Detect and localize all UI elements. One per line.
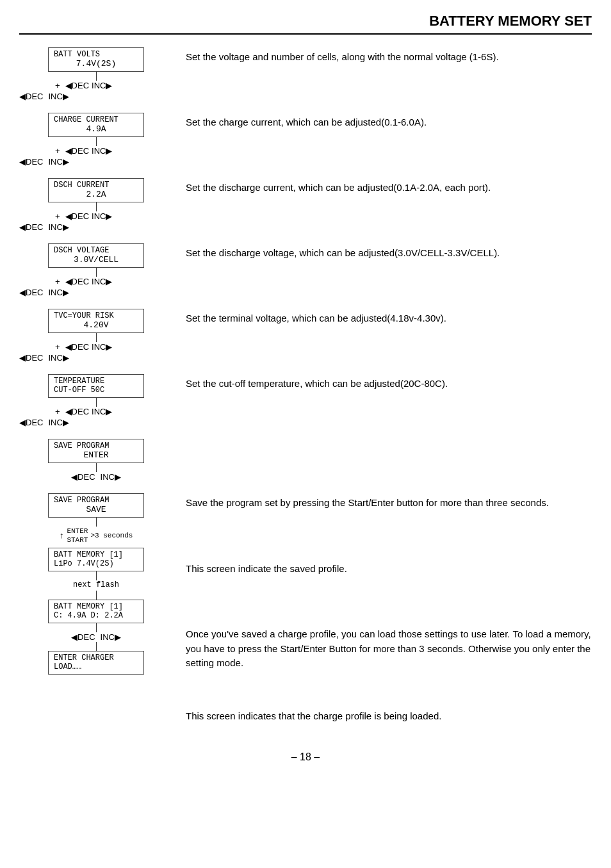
save-program-save-diagram: SAVE PROGRAM SAVE ↑ ENTER START >3 secon… (19, 493, 173, 675)
dsch-inc-upper: INC▶ (92, 211, 112, 221)
page-title: BATTERY MEMORY SET (19, 13, 592, 35)
dsch-voltage-row: DSCH VOLTAGE 3.0V/CELL + ◀DEC INC▶ ◀DEC … (19, 243, 592, 300)
connector1 (96, 72, 97, 81)
bm2-dec-inc: ◀DEC INC▶ (71, 632, 121, 642)
tvc-left: TVC=YOUR RISK 4.20V + ◀DEC INC▶ ◀DEC INC… (19, 309, 173, 365)
connector12 (96, 642, 97, 651)
temperature-desc: Set the cut-off temperature, which can b… (186, 374, 592, 391)
save-program-enter-diagram: SAVE PROGRAM ENTER ◀DEC INC▶ (19, 439, 173, 482)
plus-temp: + (55, 407, 60, 416)
spe-line2: ENTER (54, 450, 138, 460)
dsch-voltage-desc: Set the discharge voltage, which can be … (186, 243, 592, 261)
next-flash-label: next flash (73, 580, 119, 589)
charge-current-line1: CHARGE CURRENT (54, 115, 138, 124)
batt-volts-row: BATT VOLTS 7.4V(2S) + ◀DEC INC▶ ◀DEC INC… (19, 47, 592, 104)
dsch-current-desc: Set the discharge current, which can be … (186, 178, 592, 195)
bm1-line2: LiPo 7.4V(2S) (54, 559, 138, 568)
save-program-save-row: SAVE PROGRAM SAVE ↑ ENTER START >3 secon… (19, 493, 592, 723)
dsch-current-left: DSCH CURRENT 2.2A + ◀DEC INC▶ ◀DEC INC▶ (19, 178, 173, 234)
charge-current-line2: 4.9A (54, 124, 138, 134)
tvc-diagram: TVC=YOUR RISK 4.20V + ◀DEC INC▶ ◀DEC INC… (19, 309, 173, 363)
dvolt-inc-lower: INC▶ (48, 288, 69, 297)
save-program-enter-desc (186, 439, 592, 441)
connector6 (96, 398, 97, 407)
temp-lower-dec-inc: ◀DEC INC▶ (19, 418, 69, 427)
temp-inc-upper: INC▶ (92, 407, 112, 416)
up-arrow-enter: ↑ (60, 531, 65, 541)
batt-volts-desc: Set the voltage and number of cells, alo… (186, 47, 592, 65)
batt-volts-line2: 7.4V(2S) (54, 59, 138, 69)
bm2-inc: INC▶ (101, 632, 121, 642)
start-label: START (67, 536, 88, 545)
plus-upper: + (55, 81, 60, 90)
temperature-row: TEMPERATURE CUT-OFF 50C + ◀DEC INC▶ ◀DEC… (19, 374, 592, 430)
batt-volts-line1: BATT VOLTS (54, 50, 138, 59)
connector7 (96, 463, 97, 472)
charge-inc-upper: INC▶ (92, 146, 112, 156)
tvc-dec-upper: ◀DEC (65, 342, 89, 352)
temperature-line1b: CUT-OFF 50C (54, 386, 138, 395)
charge-dec-lower: ◀DEC (19, 157, 43, 167)
batt-volts-lcd: BATT VOLTS 7.4V(2S) (48, 47, 144, 72)
sps-line2: SAVE (54, 505, 138, 514)
tvc-line1: TVC=YOUR RISK (54, 311, 138, 320)
save-program-enter-left: SAVE PROGRAM ENTER ◀DEC INC▶ (19, 439, 173, 484)
charge-current-row: CHARGE CURRENT 4.9A + ◀DEC INC▶ ◀DEC INC… (19, 113, 592, 169)
dec-upper-arrow: ◀DEC (65, 81, 89, 90)
dsch-current-line1: DSCH CURRENT (54, 181, 138, 190)
dec-lower-arrow: ◀DEC (19, 92, 43, 101)
temperature-line1: TEMPERATURE (54, 377, 138, 386)
ec-line1: ENTER CHARGER (54, 653, 138, 662)
spe-inc: INC▶ (101, 472, 121, 482)
enter-label: ENTER (67, 527, 88, 536)
connector4 (96, 268, 97, 277)
upper-dec-inc: + ◀DEC INC▶ (55, 81, 112, 90)
charge-inc-lower: INC▶ (48, 157, 69, 167)
batt-volts-diagram: BATT VOLTS 7.4V(2S) + ◀DEC INC▶ ◀DEC INC… (19, 47, 173, 101)
spe-line1: SAVE PROGRAM (54, 441, 138, 450)
spe-dec-inc: ◀DEC INC▶ (71, 472, 121, 482)
plus-charge: + (55, 146, 60, 156)
dsch-current-lcd: DSCH CURRENT 2.2A (48, 178, 144, 202)
tvc-dec-lower: ◀DEC (19, 353, 43, 363)
inc-lower-label: INC▶ (48, 92, 69, 101)
plus-tvc: + (55, 342, 60, 352)
dvolt-lower-dec-inc: ◀DEC INC▶ (19, 288, 69, 297)
save-program-enter-lcd: SAVE PROGRAM ENTER (48, 439, 144, 463)
charge-current-diagram: CHARGE CURRENT 4.9A + ◀DEC INC▶ ◀DEC INC… (19, 113, 173, 167)
dsch-upper-dec-inc: + ◀DEC INC▶ (55, 211, 112, 221)
temp-upper-dec-inc: + ◀DEC INC▶ (55, 407, 112, 416)
dsch-voltage-diagram: DSCH VOLTAGE 3.0V/CELL + ◀DEC INC▶ ◀DEC … (19, 243, 173, 297)
dsch-dec-lower: ◀DEC (19, 222, 43, 232)
lower-dec-inc: ◀DEC INC▶ (19, 92, 69, 101)
batt-memory-1-lcd: BATT MEMORY [1] LiPo 7.4V(2S) (48, 548, 144, 571)
dsch-current-row: DSCH CURRENT 2.2A + ◀DEC INC▶ ◀DEC INC▶ (19, 178, 592, 234)
dsch-dec-upper: ◀DEC (65, 211, 89, 221)
save-program-save-desc-col: Save the program set by pressing the Sta… (186, 493, 592, 723)
batt-volts-left: BATT VOLTS 7.4V(2S) + ◀DEC INC▶ ◀DEC INC… (19, 47, 173, 104)
dsch-current-line2: 2.2A (54, 190, 138, 199)
charge-current-left: CHARGE CURRENT 4.9A + ◀DEC INC▶ ◀DEC INC… (19, 113, 173, 169)
plus-dvolt: + (55, 277, 60, 286)
connector3 (96, 202, 97, 211)
temp-inc-lower: INC▶ (48, 418, 69, 427)
dsch-inc-lower: INC▶ (48, 222, 69, 232)
temperature-left: TEMPERATURE CUT-OFF 50C + ◀DEC INC▶ ◀DEC… (19, 374, 173, 430)
enter-charger-desc: This screen indicates that the charge pr… (186, 709, 592, 724)
dsch-current-diagram: DSCH CURRENT 2.2A + ◀DEC INC▶ ◀DEC INC▶ (19, 178, 173, 232)
batt-memory-2-lcd: BATT MEMORY [1] C: 4.9A D: 2.2A (48, 600, 144, 623)
sps-line1: SAVE PROGRAM (54, 496, 138, 505)
spe-dec: ◀DEC (71, 472, 95, 482)
connector11 (96, 623, 97, 632)
temp-dec-lower: ◀DEC (19, 418, 43, 427)
bm1-line1: BATT MEMORY [1] (54, 550, 138, 559)
save-program-save-left: SAVE PROGRAM SAVE ↑ ENTER START >3 secon… (19, 493, 173, 677)
temperature-diagram: TEMPERATURE CUT-OFF 50C + ◀DEC INC▶ ◀DEC… (19, 374, 173, 427)
temp-dec-upper: ◀DEC (65, 407, 89, 416)
tvc-row: TVC=YOUR RISK 4.20V + ◀DEC INC▶ ◀DEC INC… (19, 309, 592, 365)
tvc-upper-dec-inc: + ◀DEC INC▶ (55, 342, 112, 352)
tvc-inc-lower: INC▶ (48, 353, 69, 363)
dsch-voltage-lcd: DSCH VOLTAGE 3.0V/CELL (48, 243, 144, 268)
dsch-voltage-left: DSCH VOLTAGE 3.0V/CELL + ◀DEC INC▶ ◀DEC … (19, 243, 173, 300)
connector8 (96, 518, 97, 527)
